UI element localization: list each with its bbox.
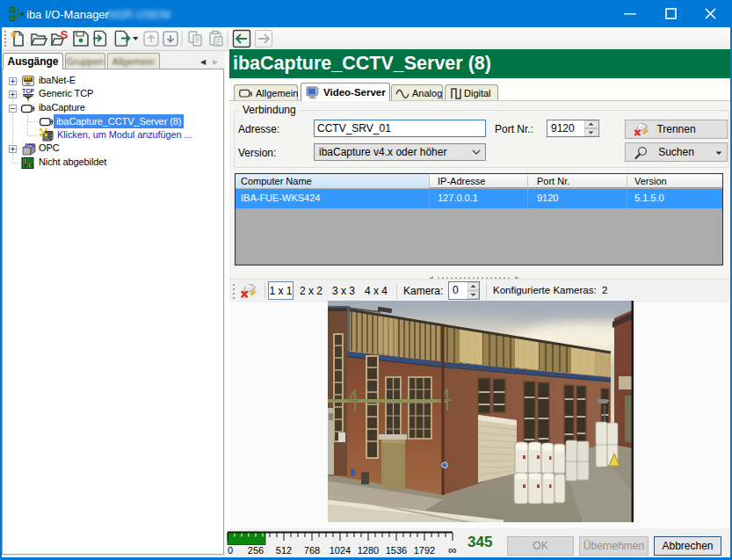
- svg-text:1280: 1280: [358, 545, 379, 556]
- svg-text:∞: ∞: [448, 543, 456, 556]
- svg-text:1024: 1024: [330, 545, 351, 556]
- svg-text:S: S: [61, 28, 69, 41]
- svg-text:256: 256: [248, 545, 264, 556]
- svg-text:OPC: OPC: [25, 142, 35, 148]
- svg-text:768: 768: [304, 545, 320, 556]
- svg-text:TCP: TCP: [22, 88, 34, 94]
- svg-text:0: 0: [228, 545, 233, 556]
- svg-text:1536: 1536: [386, 545, 407, 556]
- svg-text:512: 512: [276, 545, 292, 556]
- svg-text:1792: 1792: [414, 545, 435, 556]
